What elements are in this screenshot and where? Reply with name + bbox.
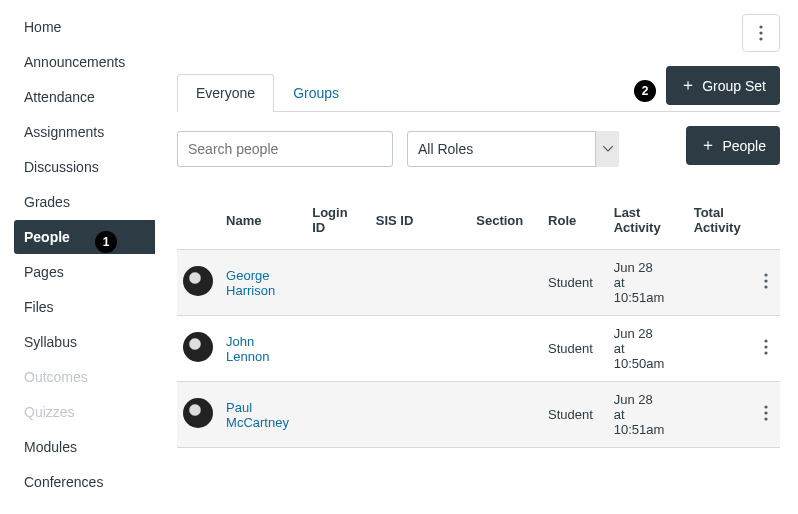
callout-marker-2: 2: [634, 80, 656, 102]
sidebar-item-discussions[interactable]: Discussions: [14, 150, 155, 184]
sidebar-item-announcements[interactable]: Announcements: [14, 45, 155, 79]
plus-icon: ＋: [680, 75, 696, 96]
group-set-label: Group Set: [702, 78, 766, 94]
last-activity-cell: Jun 28at10:51am: [608, 382, 688, 448]
svg-point-0: [759, 25, 762, 28]
sidebar-item-outcomes: Outcomes: [14, 360, 155, 394]
user-name-link[interactable]: PaulMcCartney: [226, 400, 289, 430]
page-options-button[interactable]: [742, 14, 780, 52]
avatar: [183, 398, 213, 428]
sidebar-item-grades[interactable]: Grades: [14, 185, 155, 219]
avatar: [183, 266, 213, 296]
sidebar-item-files[interactable]: Files: [14, 290, 155, 324]
role-selected-label: All Roles: [418, 141, 473, 157]
svg-point-5: [764, 285, 767, 288]
sidebar-item-modules[interactable]: Modules: [14, 430, 155, 464]
col-total-activity: Total Activity: [688, 191, 752, 250]
sidebar-item-people[interactable]: People: [14, 220, 155, 254]
table-row: JohnLennonStudentJun 28at10:50am: [177, 316, 780, 382]
sidebar: HomeAnnouncementsAttendanceAssignmentsDi…: [0, 0, 155, 510]
people-label: People: [722, 138, 766, 154]
chevron-down-icon: [595, 131, 619, 167]
role-select[interactable]: All Roles: [407, 131, 619, 167]
sidebar-item-syllabus[interactable]: Syllabus: [14, 325, 155, 359]
row-options-button[interactable]: [751, 382, 780, 448]
svg-point-1: [759, 31, 762, 34]
col-name: Name: [220, 191, 306, 250]
svg-point-10: [764, 411, 767, 414]
tabs: Everyone Groups: [177, 74, 358, 111]
last-activity-cell: Jun 28at10:50am: [608, 316, 688, 382]
add-people-button[interactable]: ＋ People: [686, 126, 780, 165]
tab-groups[interactable]: Groups: [274, 74, 358, 111]
role-cell: Student: [542, 382, 608, 448]
svg-point-6: [764, 339, 767, 342]
svg-point-3: [764, 273, 767, 276]
col-sis: SIS ID: [370, 191, 471, 250]
role-cell: Student: [542, 250, 608, 316]
kebab-icon: [764, 273, 768, 289]
search-input[interactable]: [177, 131, 393, 167]
kebab-icon: [759, 25, 763, 41]
col-login: Login ID: [306, 191, 370, 250]
avatar: [183, 332, 213, 362]
table-row: PaulMcCartneyStudentJun 28at10:51am: [177, 382, 780, 448]
table-row: GeorgeHarrisonStudentJun 28at10:51am: [177, 250, 780, 316]
svg-point-11: [764, 417, 767, 420]
svg-point-9: [764, 405, 767, 408]
last-activity-cell: Jun 28at10:51am: [608, 250, 688, 316]
svg-point-4: [764, 279, 767, 282]
kebab-icon: [764, 339, 768, 355]
callout-marker-1: 1: [95, 231, 117, 253]
row-options-button[interactable]: [751, 250, 780, 316]
col-role: Role: [542, 191, 608, 250]
sidebar-item-attendance[interactable]: Attendance: [14, 80, 155, 114]
col-last-activity: Last Activity: [608, 191, 688, 250]
svg-point-8: [764, 351, 767, 354]
sidebar-item-conferences[interactable]: Conferences: [14, 465, 155, 499]
add-group-set-button[interactable]: ＋ Group Set: [666, 66, 780, 105]
people-table: Name Login ID SIS ID Section Role Last A…: [177, 191, 780, 448]
user-name-link[interactable]: GeorgeHarrison: [226, 268, 275, 298]
tab-everyone[interactable]: Everyone: [177, 74, 274, 112]
role-cell: Student: [542, 316, 608, 382]
sidebar-item-quizzes: Quizzes: [14, 395, 155, 429]
row-options-button[interactable]: [751, 316, 780, 382]
sidebar-item-assignments[interactable]: Assignments: [14, 115, 155, 149]
user-name-link[interactable]: JohnLennon: [226, 334, 269, 364]
col-section: Section: [470, 191, 542, 250]
svg-point-2: [759, 37, 762, 40]
sidebar-item-pages[interactable]: Pages: [14, 255, 155, 289]
kebab-icon: [764, 405, 768, 421]
svg-point-7: [764, 345, 767, 348]
sidebar-item-home[interactable]: Home: [14, 10, 155, 44]
plus-icon: ＋: [700, 135, 716, 156]
main-content: Everyone Groups ＋ Group Set All Roles ＋: [155, 0, 798, 510]
